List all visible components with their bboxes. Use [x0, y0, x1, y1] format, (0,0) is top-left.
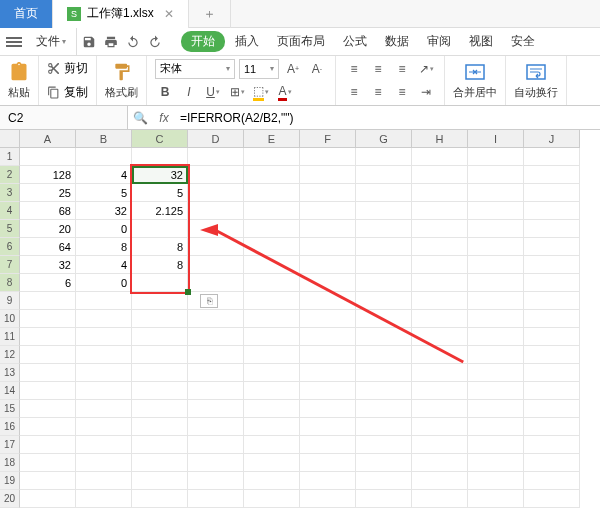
cell-G19[interactable]	[356, 472, 412, 490]
cell-D16[interactable]	[188, 418, 244, 436]
cell-D17[interactable]	[188, 436, 244, 454]
cell-E19[interactable]	[244, 472, 300, 490]
cell-J18[interactable]	[524, 454, 580, 472]
cell-J1[interactable]	[524, 148, 580, 166]
cell-G20[interactable]	[356, 490, 412, 508]
align-center-icon[interactable]: ≡	[368, 82, 388, 102]
row-header-10[interactable]: 10	[0, 310, 20, 328]
cell-B19[interactable]	[76, 472, 132, 490]
cell-J15[interactable]	[524, 400, 580, 418]
cell-B13[interactable]	[76, 364, 132, 382]
cell-C17[interactable]	[132, 436, 188, 454]
cell-B20[interactable]	[76, 490, 132, 508]
cell-B11[interactable]	[76, 328, 132, 346]
row-header-11[interactable]: 11	[0, 328, 20, 346]
cell-B14[interactable]	[76, 382, 132, 400]
format-painter-group[interactable]: 格式刷	[97, 56, 147, 105]
cell-C16[interactable]	[132, 418, 188, 436]
cell-H20[interactable]	[412, 490, 468, 508]
cell-J20[interactable]	[524, 490, 580, 508]
row-header-17[interactable]: 17	[0, 436, 20, 454]
cell-C12[interactable]	[132, 346, 188, 364]
cell-F17[interactable]	[300, 436, 356, 454]
col-header-E[interactable]: E	[244, 130, 300, 148]
cell-B10[interactable]	[76, 310, 132, 328]
row-header-13[interactable]: 13	[0, 364, 20, 382]
cell-I7[interactable]	[468, 256, 524, 274]
cell-I17[interactable]	[468, 436, 524, 454]
cell-D4[interactable]	[188, 202, 244, 220]
cell-D12[interactable]	[188, 346, 244, 364]
cell-C8[interactable]	[132, 274, 188, 292]
formula-input[interactable]: =IFERROR(A2/B2,"")	[176, 106, 600, 129]
cell-G13[interactable]	[356, 364, 412, 382]
cell-G2[interactable]	[356, 166, 412, 184]
cell-C9[interactable]	[132, 292, 188, 310]
cell-F10[interactable]	[300, 310, 356, 328]
cell-E10[interactable]	[244, 310, 300, 328]
cell-I3[interactable]	[468, 184, 524, 202]
cell-J6[interactable]	[524, 238, 580, 256]
cell-B15[interactable]	[76, 400, 132, 418]
cell-H2[interactable]	[412, 166, 468, 184]
cell-F2[interactable]	[300, 166, 356, 184]
cell-C11[interactable]	[132, 328, 188, 346]
col-header-G[interactable]: G	[356, 130, 412, 148]
cell-J19[interactable]	[524, 472, 580, 490]
cell-A8[interactable]: 6	[20, 274, 76, 292]
cell-J2[interactable]	[524, 166, 580, 184]
cell-B7[interactable]: 4	[76, 256, 132, 274]
col-header-I[interactable]: I	[468, 130, 524, 148]
cell-C3[interactable]: 5	[132, 184, 188, 202]
cell-A18[interactable]	[20, 454, 76, 472]
cell-I6[interactable]	[468, 238, 524, 256]
menu-view[interactable]: 视图	[461, 28, 501, 56]
row-header-15[interactable]: 15	[0, 400, 20, 418]
cell-I15[interactable]	[468, 400, 524, 418]
cell-C14[interactable]	[132, 382, 188, 400]
col-header-C[interactable]: C	[132, 130, 188, 148]
print-icon[interactable]	[101, 32, 121, 52]
orientation-icon[interactable]: ↗▾	[416, 59, 436, 79]
cell-B17[interactable]	[76, 436, 132, 454]
row-header-3[interactable]: 3	[0, 184, 20, 202]
cell-F20[interactable]	[300, 490, 356, 508]
cell-D3[interactable]	[188, 184, 244, 202]
cell-D15[interactable]	[188, 400, 244, 418]
cell-I20[interactable]	[468, 490, 524, 508]
row-header-5[interactable]: 5	[0, 220, 20, 238]
align-bottom-icon[interactable]: ≡	[392, 59, 412, 79]
cut-button[interactable]: 剪切	[47, 58, 88, 80]
cell-A15[interactable]	[20, 400, 76, 418]
align-left-icon[interactable]: ≡	[344, 82, 364, 102]
cell-D13[interactable]	[188, 364, 244, 382]
cell-F6[interactable]	[300, 238, 356, 256]
cell-A12[interactable]	[20, 346, 76, 364]
cell-E11[interactable]	[244, 328, 300, 346]
cell-G12[interactable]	[356, 346, 412, 364]
cell-I8[interactable]	[468, 274, 524, 292]
cell-E2[interactable]	[244, 166, 300, 184]
cell-B12[interactable]	[76, 346, 132, 364]
cell-G8[interactable]	[356, 274, 412, 292]
cell-G5[interactable]	[356, 220, 412, 238]
cell-J8[interactable]	[524, 274, 580, 292]
cell-I2[interactable]	[468, 166, 524, 184]
cell-B18[interactable]	[76, 454, 132, 472]
cell-D20[interactable]	[188, 490, 244, 508]
cell-C13[interactable]	[132, 364, 188, 382]
cell-G18[interactable]	[356, 454, 412, 472]
cell-I1[interactable]	[468, 148, 524, 166]
cell-E20[interactable]	[244, 490, 300, 508]
cell-G14[interactable]	[356, 382, 412, 400]
cell-E1[interactable]	[244, 148, 300, 166]
cell-J12[interactable]	[524, 346, 580, 364]
cell-F12[interactable]	[300, 346, 356, 364]
cell-B6[interactable]: 8	[76, 238, 132, 256]
cell-H6[interactable]	[412, 238, 468, 256]
cell-E18[interactable]	[244, 454, 300, 472]
cell-G6[interactable]	[356, 238, 412, 256]
cell-H10[interactable]	[412, 310, 468, 328]
cell-F15[interactable]	[300, 400, 356, 418]
align-middle-icon[interactable]: ≡	[368, 59, 388, 79]
